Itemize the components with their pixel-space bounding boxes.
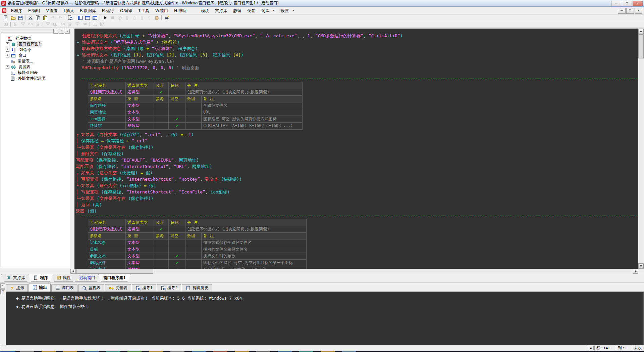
array-flag-cell[interactable] <box>185 260 202 266</box>
tree-expander-icon[interactable]: + <box>6 54 9 57</box>
panel-grip[interactable]: ─□× <box>1 29 70 34</box>
dropdown-caret-icon[interactable]: ▼ <box>272 7 278 14</box>
param-remark-cell[interactable]: 全路径文件名 <box>202 102 302 109</box>
panel-minimize-button[interactable]: ─ <box>53 29 58 34</box>
table-header-cell[interactable]: 子程序名 <box>88 219 126 226</box>
menu-item-extra[interactable]: 模块 <box>198 7 212 14</box>
output-tab-监视表[interactable]: 监视表 <box>78 284 104 292</box>
tree-item[interactable]: +窗口程序集1 <box>2 41 69 47</box>
byref-flag-cell[interactable] <box>154 102 169 109</box>
param-name-cell[interactable]: 运行方式 <box>88 266 126 269</box>
tree-item[interactable]: 模块引用表 <box>2 70 69 76</box>
output-close-button[interactable]: × <box>0 283 5 289</box>
project-tree[interactable]: 程序数据+窗口程序集1+Dll命令+窗口常量表...+资源表模块引用表外部文件记… <box>1 34 70 268</box>
array-flag-cell[interactable] <box>185 253 202 260</box>
menu-item-extra[interactable]: 支持库 <box>212 7 230 14</box>
param-type-cell[interactable]: 文本型 <box>126 239 154 246</box>
output-float-button[interactable]: □ <box>0 289 5 294</box>
table-header-cell[interactable]: 可空 <box>169 233 185 239</box>
paste-button[interactable] <box>42 15 49 21</box>
menu-item[interactable]: C.编译 <box>117 7 135 14</box>
code-line[interactable]: │ 写配置项 (保存路径, “InternetShortcut”, “IconF… <box>76 189 638 195</box>
table-header-cell[interactable]: 类 型 <box>126 96 154 102</box>
param-remark-cell[interactable]: 执行文件时的参数 <box>202 253 306 260</box>
code-line[interactable]: └→如果真 (文件是否存在 (保存路径)) <box>76 195 638 202</box>
public-flag-cell[interactable]: ✔ <box>154 226 169 233</box>
output-tab-剪辑历史[interactable]: 剪辑历史 <box>182 284 212 292</box>
code-line[interactable]: »输出调试文本 (程序信息 [1], 程序信息 [2], 程序信息 [3], 程… <box>76 52 638 58</box>
editor-tab-_启动窗口[interactable]: _启动窗口 <box>72 274 100 282</box>
horizontal-scroll-thumb[interactable] <box>76 269 153 274</box>
byref-flag-cell[interactable] <box>154 246 169 253</box>
array-flag-cell[interactable] <box>185 123 202 129</box>
table-header-cell[interactable]: 数组 <box>185 233 202 239</box>
table-header-cell[interactable]: 参考 <box>154 96 169 102</box>
tree-item[interactable]: 外部文件记录表 <box>2 76 69 81</box>
param-type-cell[interactable]: 文本型 <box>126 260 154 266</box>
array-flag-cell[interactable] <box>185 246 202 253</box>
code-line[interactable]: 取程序快捷方式信息 (桌面目录 + “\计算器”, 程序信息) <box>76 45 638 52</box>
dropdown-caret-icon[interactable]: ▼ <box>292 7 297 14</box>
scroll-right-icon[interactable] <box>633 269 638 274</box>
menu-item[interactable]: V.查看 <box>43 7 61 14</box>
param-type-cell[interactable]: 文本型 <box>126 102 154 109</box>
nullable-flag-cell[interactable] <box>169 239 185 246</box>
close-button[interactable]: × <box>633 1 643 6</box>
nullable-flag-cell[interactable] <box>169 109 185 116</box>
menu-item[interactable]: H.帮助 <box>171 7 189 14</box>
param-type-cell[interactable]: 文本型 <box>126 253 154 260</box>
mdi-close-button[interactable]: × <box>635 8 642 14</box>
menu-item-extra[interactable]: 词库 <box>258 7 272 14</box>
panel-float-button[interactable]: □ <box>59 29 64 34</box>
param-remark-cell[interactable]: 图标路径 可空:默认为网页快捷方式图标 <box>202 116 302 123</box>
array-flag-cell[interactable] <box>185 109 202 116</box>
param-remark-cell[interactable]: 指向的文件全路径文件名 <box>202 246 306 253</box>
code-line[interactable]: 写配置项 (保存路径, “DEFAULT”, “BASEURL”, 网页地址) <box>76 157 638 163</box>
code-line[interactable]: ┌ 如果真 (寻找文本 (保存路径, “.url”, , 假) = -1) <box>76 131 638 138</box>
vertical-scroll-thumb[interactable] <box>638 34 644 58</box>
param-remark-cell[interactable]: 图标文件的路径 可空:为空时用目标的第一个图标 <box>202 260 306 266</box>
table-header-cell[interactable]: 备 注 <box>185 82 302 89</box>
nullable-flag-cell[interactable]: ✔ <box>169 123 185 129</box>
tree-item[interactable]: +Dll命令 <box>2 47 69 53</box>
epackage-flag-cell[interactable] <box>169 226 185 233</box>
run-button[interactable] <box>101 15 109 21</box>
param-name-cell[interactable]: lnk名称 <box>88 239 126 246</box>
nullable-flag-cell[interactable] <box>169 246 185 253</box>
editor-tab-窗口程序集1[interactable]: 窗口程序集1 <box>98 274 131 282</box>
pause-hand-button[interactable] <box>153 15 160 21</box>
open-file-button[interactable] <box>9 15 17 21</box>
window-layout-top-button[interactable] <box>84 15 91 21</box>
scroll-up-icon[interactable] <box>638 29 644 34</box>
array-flag-cell[interactable] <box>185 102 202 109</box>
output-tab-变量表[interactable]: 变量表 <box>105 284 131 292</box>
menu-item-extra[interactable]: 静编 <box>230 7 244 14</box>
return-type-cell[interactable]: 逻辑型 <box>126 226 154 233</box>
param-name-cell[interactable]: 保存路径 <box>88 102 126 109</box>
output-console[interactable]: ◆.易语言助手提醒您: .易语言助手加载完毕！ ，智能编译开启成功！ 当前易版本… <box>6 292 644 345</box>
param-name-cell[interactable]: 参数文本 <box>88 253 126 260</box>
remark-cell[interactable]: 创建网页快捷方式 (成功返回真,失败返回假) <box>185 89 302 96</box>
table-header-cell[interactable]: 返回值类型 <box>126 82 154 89</box>
code-line[interactable]: │ 保存路径 = 保存路径 + “.url” <box>76 138 638 144</box>
code-line[interactable] <box>76 71 638 77</box>
param-type-cell[interactable]: 文本型 <box>126 246 154 253</box>
new-file-button[interactable] <box>2 15 9 21</box>
output-tab-搜寻1[interactable]: 搜寻1 <box>132 284 156 292</box>
table-header-cell[interactable]: 可空 <box>169 96 185 102</box>
byref-flag-cell[interactable] <box>154 116 169 123</box>
menu-item[interactable]: W.窗口 <box>152 7 171 14</box>
epackage-flag-cell[interactable] <box>169 89 185 96</box>
nullable-flag-cell[interactable] <box>169 102 185 109</box>
code-line[interactable]: │ 删除文件 (保存路径) <box>76 150 638 157</box>
array-flag-cell[interactable] <box>185 116 202 123</box>
param-name-cell[interactable]: 图标文件 <box>88 260 126 266</box>
table-header-cell[interactable]: 易包 <box>169 82 185 89</box>
code-line[interactable]: SHChangeNotify (134217728, 0, 0, 0) ' 刷新… <box>76 64 638 71</box>
table-header-cell[interactable]: 子程序名 <box>88 82 126 89</box>
table-header-cell[interactable]: 参数名 <box>88 96 126 102</box>
menu-item[interactable]: I.插入 <box>61 7 77 14</box>
param-name-cell[interactable]: 快捷键 <box>88 123 126 129</box>
procedure-name-cell[interactable]: 创建程序快捷方式 <box>88 226 126 233</box>
window-layout-split-button[interactable] <box>91 15 99 21</box>
